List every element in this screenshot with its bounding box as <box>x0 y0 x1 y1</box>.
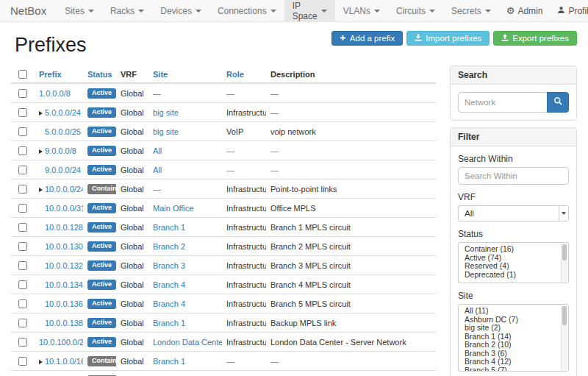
row-checkbox[interactable] <box>18 108 27 117</box>
prefix-link[interactable]: 9.0.0.0/24 <box>45 166 81 174</box>
row-checkbox[interactable] <box>18 185 27 194</box>
search-input[interactable] <box>458 92 548 113</box>
scrollbar[interactable] <box>561 305 567 370</box>
row-checkbox[interactable] <box>18 338 27 347</box>
search-within-input[interactable] <box>458 167 569 185</box>
site-link[interactable]: big site <box>153 108 179 117</box>
prefix-link[interactable]: 10.0.0.138/31 <box>45 319 83 327</box>
nav-item-vlans[interactable]: VLANs <box>335 0 388 21</box>
description-cell: Point-to-point links <box>266 180 436 199</box>
row-checkbox[interactable] <box>18 299 27 308</box>
site-cell: — <box>148 180 222 199</box>
site-link[interactable]: big site <box>153 127 179 136</box>
site-link[interactable]: All <box>153 146 162 155</box>
row-checkbox[interactable] <box>18 280 27 289</box>
filter-panel: Filter Search Within VRF All Status Cont… <box>450 127 577 376</box>
site-option[interactable]: Branch 2 (10) <box>463 341 559 350</box>
prefix-cell: 10.0.0.130/31 <box>35 237 83 256</box>
plus-icon <box>340 34 346 43</box>
site-option[interactable]: Branch 5 (7) <box>463 366 559 372</box>
site-option[interactable]: big site (2) <box>463 324 559 333</box>
prefix-link[interactable]: 10.0.100.0/24 <box>39 338 83 347</box>
prefix-link[interactable]: 9.0.0.0/8 <box>45 146 76 155</box>
prefix-link[interactable]: 1.0.0.0/8 <box>39 89 71 98</box>
export-prefixes-button[interactable]: Export prefixes <box>493 31 577 46</box>
site-link[interactable]: Main Office <box>153 204 193 213</box>
role-cell: Infrastructure <box>222 180 266 199</box>
prefix-link[interactable]: 5.0.0.0/25 <box>45 127 81 136</box>
status-option[interactable]: Container (16) <box>463 245 559 254</box>
prefix-cell: 9.0.0.0/24 <box>35 160 83 180</box>
prefix-link[interactable]: 10.1.0.0/16 <box>45 357 83 366</box>
table-row: 10.0.0.138/31ActiveGlobalBranch 1Infrast… <box>11 313 436 333</box>
site-option[interactable]: All (11) <box>463 307 559 316</box>
prefix-link[interactable]: 10.0.0.132/31 <box>45 261 83 270</box>
prefix-link[interactable]: 10.0.0.0/31 <box>45 204 83 213</box>
nav-item-label: Profile <box>568 6 588 16</box>
nav-item-ip-space[interactable]: IP Space <box>284 0 335 21</box>
vrf-select[interactable]: All <box>458 205 569 221</box>
prefix-link[interactable]: 5.0.0.0/24 <box>45 108 81 117</box>
table-row: 10.1.0.0/16ContainerGlobalBranch 1—— <box>11 352 436 371</box>
prefix-link[interactable]: 10.0.0.134/31 <box>45 280 83 289</box>
prefix-link[interactable]: 10.0.0.128/31 <box>45 223 83 232</box>
import-prefixes-button[interactable]: Import prefixes <box>406 31 490 46</box>
select-all-checkbox[interactable] <box>18 70 27 79</box>
empty-value: — <box>153 89 161 98</box>
nav-item-secrets[interactable]: Secrets <box>443 0 499 21</box>
table-row: 10.0.0.128/31ActiveGlobalBranch 1Infrast… <box>11 218 436 237</box>
row-checkbox[interactable] <box>18 223 27 232</box>
sort-link-site[interactable]: Site <box>153 70 168 79</box>
description-cell: — <box>266 352 436 371</box>
row-checkbox[interactable] <box>18 166 27 174</box>
add-a-prefix-button[interactable]: Add a prefix <box>331 31 403 46</box>
nav-item-sites[interactable]: Sites <box>57 0 102 21</box>
site-link[interactable]: Branch 1 <box>153 357 185 366</box>
sort-link-role[interactable]: Role <box>226 70 244 79</box>
row-checkbox[interactable] <box>18 242 27 251</box>
search-button[interactable] <box>547 92 569 113</box>
prefix-link[interactable]: 10.0.0.130/31 <box>45 242 83 251</box>
role-cell: Infrastructure <box>222 333 266 352</box>
site-link[interactable]: Branch 2 <box>153 242 185 251</box>
sort-link-prefix[interactable]: Prefix <box>39 70 62 79</box>
site-link[interactable]: Branch 4 <box>153 280 185 289</box>
row-checkbox[interactable] <box>18 146 27 155</box>
column-header-site: Site <box>148 65 222 83</box>
site-link[interactable]: All <box>153 166 162 174</box>
scrollbar[interactable] <box>561 244 567 282</box>
site-link[interactable]: London Data Center <box>153 338 222 347</box>
status-option[interactable]: Reserved (4) <box>463 262 559 271</box>
nav-item-racks[interactable]: Racks <box>102 0 152 21</box>
brand-netbox[interactable]: NetBox <box>0 0 57 21</box>
row-checkbox[interactable] <box>18 261 27 270</box>
site-link[interactable]: Branch 1 <box>153 223 185 232</box>
vrf-cell: Global <box>116 294 148 313</box>
prefix-link[interactable]: 10.0.0.0/24 <box>45 185 83 194</box>
row-checkbox[interactable] <box>18 127 27 136</box>
site-option[interactable]: Branch 4 (12) <box>463 358 559 366</box>
site-link[interactable]: Branch 4 <box>153 299 185 308</box>
row-checkbox[interactable] <box>18 89 27 98</box>
status-option[interactable]: Deprecated (1) <box>463 271 559 280</box>
row-checkbox[interactable] <box>18 357 27 366</box>
nav-item-devices[interactable]: Devices <box>152 0 209 21</box>
site-link[interactable]: Branch 3 <box>153 261 185 270</box>
caret-icon <box>429 10 435 13</box>
sort-link-status[interactable]: Status <box>87 70 112 79</box>
status-listbox[interactable]: Container (16)Active (74)Reserved (4)Dep… <box>458 242 569 283</box>
description-value: Branch 5 MPLS circuit <box>270 299 351 308</box>
gear-icon: ⚙ <box>506 6 515 15</box>
site-link[interactable]: Branch 1 <box>153 319 185 327</box>
row-checkbox[interactable] <box>18 319 27 327</box>
nav-item-profile[interactable]: Profile <box>550 0 588 21</box>
site-listbox[interactable]: All (11)Ashburn DC (7)big site (2)Branch… <box>458 304 569 372</box>
status-cell: Active <box>83 313 116 333</box>
status-badge: Active <box>87 203 116 213</box>
nav-item-circuits[interactable]: Circuits <box>388 0 443 21</box>
nav-item-admin[interactable]: ⚙Admin <box>499 0 551 21</box>
nav-item-connections[interactable]: Connections <box>209 0 284 21</box>
prefix-link[interactable]: 10.0.0.136/31 <box>45 299 83 308</box>
site-label: Site <box>458 291 569 301</box>
row-checkbox[interactable] <box>18 204 27 213</box>
